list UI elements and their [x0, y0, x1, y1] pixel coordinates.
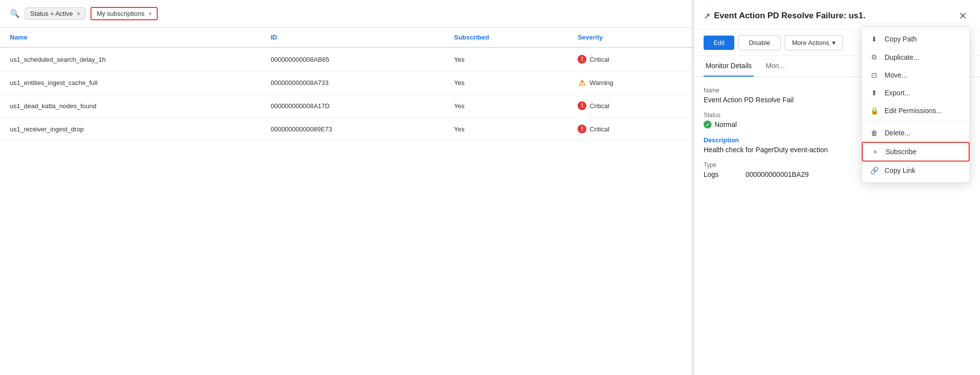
status-filter-tag: Status = Active ×: [25, 7, 86, 20]
subscribe-label: Subscribe: [886, 148, 916, 156]
type-id-value: 000000000001BA29: [746, 170, 809, 178]
warning-icon: ⚠: [578, 78, 586, 87]
monitors-table-container: Name ID Subscribed Severity us1_schedule…: [0, 28, 693, 375]
panel-title-text: Event Action PD Resolve Failure: us1.: [714, 11, 865, 21]
row-name: us1_scheduled_search_delay_1h: [0, 47, 261, 71]
row-subscribed: Yes: [444, 118, 568, 141]
col-id[interactable]: ID: [261, 28, 444, 47]
severity-label: Critical: [589, 102, 609, 110]
status-filter-close[interactable]: ×: [77, 10, 80, 17]
edit-permissions-label: Edit Permissions...: [885, 107, 942, 115]
row-id: 000000000008A733: [261, 71, 444, 94]
duplicate-label: Duplicate...: [885, 53, 919, 61]
col-severity[interactable]: Severity: [568, 28, 693, 47]
dropdown-item-edit-permissions[interactable]: 🔒Edit Permissions...: [862, 102, 970, 120]
export-icon: ⬆: [870, 89, 879, 97]
critical-icon: !: [578, 101, 586, 110]
search-icon[interactable]: 🔍: [10, 9, 20, 18]
move-label: Move...: [885, 71, 907, 79]
table-row[interactable]: us1_entities_ingest_cache_full0000000000…: [0, 71, 693, 94]
dropdown-item-delete[interactable]: 🗑Delete...: [862, 124, 970, 142]
row-subscribed: Yes: [444, 47, 568, 71]
col-subscribed[interactable]: Subscribed: [444, 28, 568, 47]
subscription-filter-close[interactable]: ×: [148, 10, 152, 17]
disable-button[interactable]: Disable: [738, 35, 780, 50]
copy-path-label: Copy Path: [885, 35, 917, 43]
subscribe-icon: +: [871, 148, 880, 156]
col-name[interactable]: Name: [0, 28, 261, 47]
more-actions-dropdown: ⬇Copy Path⧉Duplicate...⊡Move...⬆Export..…: [861, 27, 970, 183]
row-name: us1_entities_ingest_cache_full: [0, 71, 261, 94]
edit-permissions-icon: 🔒: [870, 107, 879, 115]
row-severity: !Critical: [568, 118, 693, 141]
dropdown-item-duplicate[interactable]: ⧉Duplicate...: [862, 48, 970, 66]
chevron-down-icon: ▾: [832, 39, 836, 46]
left-panel: 🔍 Status = Active × My subscriptions × N…: [0, 0, 693, 375]
more-actions-button[interactable]: More Actions ▾: [785, 35, 843, 50]
close-panel-button[interactable]: ✕: [956, 9, 970, 23]
copy-path-icon: ⬇: [870, 35, 879, 43]
row-severity: ⚠Warning: [568, 71, 693, 94]
dropdown-divider: [862, 122, 970, 122]
status-filter-label: Status = Active: [30, 10, 73, 17]
panel-header: ↗ Event Action PD Resolve Failure: us1. …: [694, 0, 980, 30]
tab-more[interactable]: Mon...: [763, 56, 787, 77]
tab-monitor-details[interactable]: Monitor Details: [704, 56, 754, 77]
table-row[interactable]: us1_scheduled_search_delay_1h00000000000…: [0, 47, 693, 71]
row-id: 000000000008AB65: [261, 47, 444, 71]
move-icon: ⊡: [870, 71, 879, 79]
row-name: us1_dead_katta_nodes_found: [0, 94, 261, 118]
dropdown-item-copy-link[interactable]: 🔗Copy Link: [862, 162, 970, 179]
panel-title-icon: ↗: [704, 11, 710, 21]
delete-icon: 🗑: [870, 129, 879, 137]
export-label: Export...: [885, 89, 910, 97]
critical-icon: !: [578, 125, 586, 133]
copy-link-icon: 🔗: [870, 167, 879, 174]
severity-label: Critical: [589, 125, 609, 133]
dropdown-item-copy-path[interactable]: ⬇Copy Path: [862, 30, 970, 48]
status-dot-icon: [704, 121, 712, 128]
severity-label: Warning: [589, 79, 613, 86]
duplicate-icon: ⧉: [870, 53, 879, 61]
severity-label: Critical: [589, 56, 609, 63]
dropdown-item-subscribe[interactable]: +Subscribe: [862, 142, 970, 162]
dropdown-item-move[interactable]: ⊡Move...: [862, 66, 970, 84]
row-name: us1_receiver_ingest_drop: [0, 118, 261, 141]
row-id: 00000000000089E73: [261, 118, 444, 141]
monitors-table: Name ID Subscribed Severity us1_schedule…: [0, 28, 693, 141]
edit-button[interactable]: Edit: [704, 36, 734, 50]
row-severity: !Critical: [568, 94, 693, 118]
status-value: Normal: [714, 121, 737, 128]
row-subscribed: Yes: [444, 94, 568, 118]
copy-link-label: Copy Link: [885, 167, 915, 174]
panel-title-area: ↗ Event Action PD Resolve Failure: us1.: [704, 11, 865, 21]
right-panel: ↗ Event Action PD Resolve Failure: us1. …: [693, 0, 980, 375]
dropdown-item-export[interactable]: ⬆Export...: [862, 84, 970, 102]
more-actions-label: More Actions: [792, 39, 829, 46]
table-row[interactable]: us1_dead_katta_nodes_found000000000008A1…: [0, 94, 693, 118]
subscription-filter-label: My subscriptions: [96, 10, 144, 17]
table-row[interactable]: us1_receiver_ingest_drop00000000000089E7…: [0, 118, 693, 141]
filter-bar: 🔍 Status = Active × My subscriptions ×: [0, 0, 693, 28]
row-subscribed: Yes: [444, 71, 568, 94]
row-severity: !Critical: [568, 47, 693, 71]
subscription-filter-tag: My subscriptions ×: [90, 7, 158, 20]
delete-label: Delete...: [885, 129, 910, 137]
critical-icon: !: [578, 55, 586, 64]
row-id: 000000000008A17D: [261, 94, 444, 118]
